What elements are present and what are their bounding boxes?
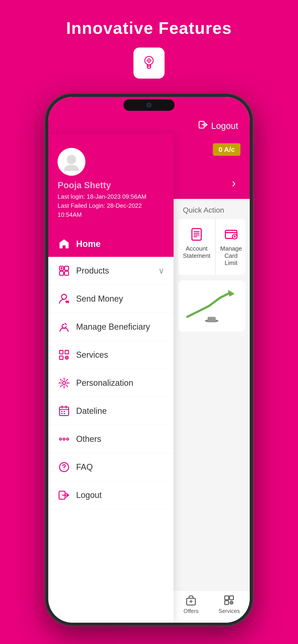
svg-rect-48 [208,317,216,322]
last-login: Last login: 18-Jan-2023 09:56AM [58,192,146,201]
svg-point-4 [148,60,149,61]
svg-point-23 [63,382,66,384]
sidebar-item-others[interactable]: Others [48,425,174,453]
dateline-icon [58,404,71,418]
svg-rect-29 [61,413,63,414]
svg-rect-15 [60,271,64,275]
svg-rect-6 [149,62,149,63]
services-menu-icon [58,348,71,362]
beneficiary-icon [58,320,71,333]
logout-icon [198,120,208,132]
svg-rect-54 [225,601,229,604]
svg-point-12 [64,165,79,171]
last-failed-login: Last Failed Login: 28-Dec-2022 10:54AM [58,201,164,219]
home-icon [58,238,71,250]
sidebar-item-faq[interactable]: FAQ [48,453,174,481]
feature-icon-badge [133,47,165,79]
sidebar-item-products[interactable]: Products ∨ [48,257,174,285]
nav-offers[interactable]: Offers [184,594,199,614]
arrow-right-icon[interactable]: › [232,176,236,190]
personalization-icon [58,376,71,390]
user-name: Pooja Shetty [58,180,111,190]
svg-rect-28 [64,411,65,412]
svg-point-32 [63,438,65,440]
svg-point-33 [67,438,69,440]
header-logout-btn[interactable]: Logout [198,120,238,132]
svg-rect-5 [149,58,149,59]
svg-point-31 [60,438,62,440]
svg-rect-21 [60,356,63,359]
user-profile: Pooja Shetty Last login: 18-Jan-2023 09:… [48,134,174,231]
bulb-gear-icon [139,52,159,74]
app-right: 0 A/c › Quick Action [174,134,250,623]
svg-rect-8 [150,60,151,61]
side-menu: Pooja Shetty Last login: 18-Jan-2023 09:… [48,134,174,623]
account-statement-action[interactable]: AccountStatement [178,219,215,275]
phone-frame: Logout Pooja Shetty [45,93,253,626]
quick-action-section-label: Quick Action [174,199,250,219]
svg-rect-7 [146,60,148,61]
send-money-label: Send Money [76,294,164,304]
nav-services[interactable]: Services [218,594,240,614]
app-content: Logout Pooja Shetty [48,97,250,623]
app-main: Pooja Shetty Last login: 18-Jan-2023 09:… [48,134,250,623]
svg-point-35 [64,469,64,470]
account-statement-label: AccountStatement [183,245,210,260]
sidebar-item-manage-beneficiary[interactable]: Manage Beneficiary [48,313,174,341]
sidebar-item-dateline[interactable]: Dateline [48,397,174,425]
products-chevron: ∨ [158,266,164,276]
quick-actions-grid: AccountStatement Manage CardLimit [178,219,245,275]
sidebar-item-send-money[interactable]: Send Money [48,285,174,313]
svg-marker-46 [228,290,235,296]
sidebar-item-services[interactable]: Services [48,341,174,369]
dateline-label: Dateline [76,406,164,416]
logout-menu-icon [58,489,71,502]
send-money-icon [58,292,71,305]
others-icon [58,432,71,446]
page-title: Innovative Features [66,18,232,38]
account-badge: 0 A/c [213,143,240,156]
svg-point-17 [61,267,63,270]
sidebar-item-home[interactable]: Home [48,231,174,257]
nav-services-label: Services [218,608,240,614]
phone-notch [123,99,175,111]
svg-rect-14 [65,266,69,270]
account-card-area: 0 A/c › [174,134,250,199]
sidebar-item-personalization[interactable]: Personalization [48,369,174,397]
manage-card-limit-action[interactable]: Manage CardLimit [216,219,245,275]
sidebar-item-logout[interactable]: Logout [48,481,174,509]
logout-menu-label: Logout [76,490,164,500]
phone-screen: Logout Pooja Shetty [48,97,250,623]
svg-rect-20 [65,350,69,354]
top-section: Innovative Features [66,0,232,79]
avatar [58,148,85,176]
bottom-nav: Offers Services [174,590,250,623]
products-icon [58,264,71,277]
products-label: Products [76,266,153,276]
svg-rect-52 [225,596,229,600]
faq-icon [58,461,71,474]
svg-rect-30 [64,413,65,414]
manage-card-limit-label: Manage CardLimit [220,245,242,266]
svg-rect-19 [60,350,63,354]
others-label: Others [76,434,164,444]
svg-point-18 [62,294,67,300]
services-menu-label: Services [76,350,164,360]
header-logout-label: Logout [211,121,238,131]
svg-rect-16 [65,271,69,275]
investment-area [178,280,245,332]
svg-rect-53 [229,596,233,600]
svg-rect-27 [61,411,63,412]
faq-label: FAQ [76,462,164,472]
personalization-label: Personalization [76,378,164,388]
svg-point-24 [61,380,67,386]
home-label: Home [76,239,101,249]
front-camera [146,102,152,108]
svg-point-11 [67,155,76,164]
svg-rect-38 [192,228,201,240]
nav-offers-label: Offers [184,608,199,614]
beneficiary-label: Manage Beneficiary [76,322,164,332]
